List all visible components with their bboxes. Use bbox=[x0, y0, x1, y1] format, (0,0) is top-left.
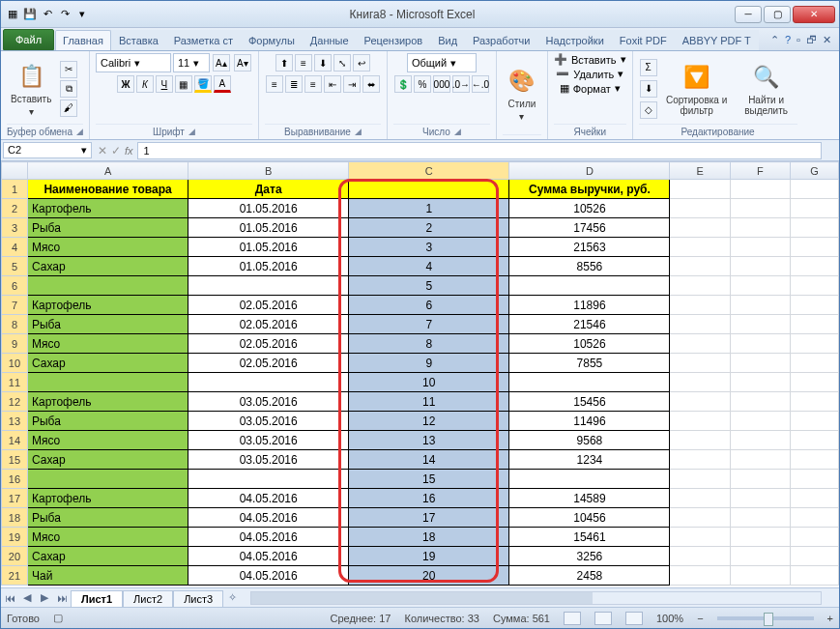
cell-A12[interactable]: Картофель bbox=[27, 392, 188, 412]
cell-D6[interactable] bbox=[509, 276, 670, 296]
format-cells-button[interactable]: ▦Формат▾ bbox=[560, 82, 621, 95]
row-header-11[interactable]: 11 bbox=[2, 373, 28, 392]
cell-B4[interactable]: 01.05.2016 bbox=[188, 238, 349, 257]
cell-C21[interactable]: 20 bbox=[349, 566, 509, 586]
qat-customize-icon[interactable]: ▾ bbox=[74, 7, 90, 22]
col-header-D[interactable]: D bbox=[509, 162, 670, 180]
cell-D12[interactable]: 15456 bbox=[509, 392, 670, 412]
cell-A8[interactable]: Рыба bbox=[27, 315, 188, 334]
minimize-button[interactable]: ─ bbox=[735, 6, 762, 23]
redo-icon[interactable]: ↷ bbox=[57, 7, 72, 22]
sheet-tab-2[interactable]: Лист3 bbox=[173, 590, 223, 607]
file-tab[interactable]: Файл bbox=[3, 29, 54, 50]
help-icon[interactable]: ? bbox=[785, 34, 791, 46]
cell-D15[interactable]: 1234 bbox=[509, 450, 670, 470]
ribbon-tab-7[interactable]: Разработчи bbox=[465, 30, 537, 50]
paste-button[interactable]: 📋 Вставить ▾ bbox=[7, 59, 55, 119]
col-header-F[interactable]: F bbox=[730, 162, 790, 180]
row-header-21[interactable]: 21 bbox=[2, 566, 28, 586]
row-header-5[interactable]: 5 bbox=[2, 257, 28, 276]
cell-A3[interactable]: Рыба bbox=[27, 218, 188, 238]
cell-D8[interactable]: 21546 bbox=[509, 315, 670, 334]
cell-A6[interactable] bbox=[27, 276, 188, 296]
row-header-15[interactable]: 15 bbox=[2, 450, 28, 470]
font-color-icon[interactable]: A bbox=[214, 75, 231, 93]
format-painter-icon[interactable]: 🖌 bbox=[60, 100, 77, 117]
cell-D10[interactable]: 7855 bbox=[509, 354, 670, 373]
align-middle-icon[interactable]: ≡ bbox=[295, 54, 312, 71]
cell-D16[interactable] bbox=[509, 470, 670, 489]
italic-icon[interactable]: К bbox=[136, 75, 154, 93]
cell-D18[interactable]: 10456 bbox=[509, 508, 670, 528]
fill-color-icon[interactable]: 🪣 bbox=[194, 75, 212, 93]
cell-C2[interactable]: 1 bbox=[349, 199, 509, 218]
align-bottom-icon[interactable]: ⬇ bbox=[314, 54, 332, 71]
zoom-in-icon[interactable]: + bbox=[827, 613, 833, 624]
row-header-4[interactable]: 4 bbox=[2, 238, 28, 257]
cell-B19[interactable]: 04.05.2016 bbox=[188, 528, 349, 547]
new-sheet-icon[interactable]: ✧ bbox=[223, 591, 241, 604]
cell-D17[interactable]: 14589 bbox=[509, 489, 670, 508]
font-size-combo[interactable]: 11▾ bbox=[173, 53, 210, 72]
save-icon[interactable]: 💾 bbox=[22, 7, 38, 22]
cell-B7[interactable]: 02.05.2016 bbox=[188, 296, 349, 315]
cell-C13[interactable]: 12 bbox=[349, 412, 509, 431]
ribbon-tab-5[interactable]: Рецензиров bbox=[357, 30, 431, 50]
align-left-icon[interactable]: ≡ bbox=[266, 75, 283, 93]
cell-B14[interactable]: 03.05.2016 bbox=[188, 431, 349, 450]
col-header-A[interactable]: A bbox=[27, 162, 188, 180]
ribbon-tab-1[interactable]: Вставка bbox=[111, 30, 166, 50]
header-cell[interactable]: Сумма выручки, руб. bbox=[509, 180, 670, 199]
cell-D19[interactable]: 15461 bbox=[509, 528, 670, 547]
name-box[interactable]: C2▾ bbox=[3, 142, 92, 158]
dialog-launcher-icon[interactable]: ◢ bbox=[454, 127, 461, 137]
close-button[interactable]: ✕ bbox=[793, 6, 835, 23]
cell-B6[interactable] bbox=[188, 276, 349, 296]
row-header-17[interactable]: 17 bbox=[2, 489, 28, 508]
comma-icon[interactable]: 000 bbox=[433, 75, 450, 93]
sheet-nav-prev-icon[interactable]: ◀ bbox=[18, 591, 36, 604]
row-header-12[interactable]: 12 bbox=[2, 392, 28, 412]
cell-A10[interactable]: Сахар bbox=[27, 354, 188, 373]
cell-D9[interactable]: 10526 bbox=[509, 334, 670, 354]
ribbon-tab-10[interactable]: ABBYY PDF T bbox=[675, 30, 759, 50]
cell-D3[interactable]: 17456 bbox=[509, 218, 670, 238]
row-header-2[interactable]: 2 bbox=[2, 199, 28, 218]
ribbon-tab-9[interactable]: Foxit PDF bbox=[612, 30, 675, 50]
sheet-nav-next-icon[interactable]: ▶ bbox=[36, 591, 53, 604]
cell-A18[interactable]: Рыба bbox=[27, 508, 188, 528]
cell-D14[interactable]: 9568 bbox=[509, 431, 670, 450]
shrink-font-icon[interactable]: A▾ bbox=[234, 54, 251, 71]
cell-A11[interactable] bbox=[27, 373, 188, 392]
cell-C15[interactable]: 14 bbox=[349, 450, 509, 470]
row-header-18[interactable]: 18 bbox=[2, 508, 28, 528]
cell-B12[interactable]: 03.05.2016 bbox=[188, 392, 349, 412]
cell-A7[interactable]: Картофель bbox=[27, 296, 188, 315]
undo-icon[interactable]: ↶ bbox=[40, 7, 55, 22]
align-center-icon[interactable]: ≣ bbox=[285, 75, 303, 93]
cell-A2[interactable]: Картофель bbox=[27, 199, 188, 218]
restore-window-icon[interactable]: 🗗 bbox=[806, 34, 817, 46]
row-header-7[interactable]: 7 bbox=[2, 296, 28, 315]
fx-icon[interactable]: fx bbox=[125, 145, 133, 157]
cell-A20[interactable]: Сахар bbox=[27, 547, 188, 566]
cell-B18[interactable]: 04.05.2016 bbox=[188, 508, 349, 528]
cut-icon[interactable]: ✂ bbox=[60, 61, 77, 78]
grow-font-icon[interactable]: A▴ bbox=[213, 54, 230, 71]
find-select-button[interactable]: 🔍 Найти и выделить bbox=[736, 60, 797, 118]
zoom-slider[interactable] bbox=[717, 616, 814, 620]
cell-C11[interactable]: 10 bbox=[349, 373, 509, 392]
underline-icon[interactable]: Ч bbox=[156, 75, 173, 93]
row-header-8[interactable]: 8 bbox=[2, 315, 28, 334]
cell-B5[interactable]: 01.05.2016 bbox=[188, 257, 349, 276]
cell-D5[interactable]: 8556 bbox=[509, 257, 670, 276]
horizontal-scrollbar[interactable] bbox=[250, 591, 822, 605]
page-break-view-icon[interactable] bbox=[625, 612, 643, 625]
minimize-ribbon-icon[interactable]: ⌃ bbox=[770, 34, 779, 46]
cell-B11[interactable] bbox=[188, 373, 349, 392]
wrap-text-icon[interactable]: ↩ bbox=[353, 54, 370, 71]
row-header-6[interactable]: 6 bbox=[2, 276, 28, 296]
cell-A14[interactable]: Мясо bbox=[27, 431, 188, 450]
sheet-tab-1[interactable]: Лист2 bbox=[123, 590, 173, 607]
row-header-14[interactable]: 14 bbox=[2, 431, 28, 450]
